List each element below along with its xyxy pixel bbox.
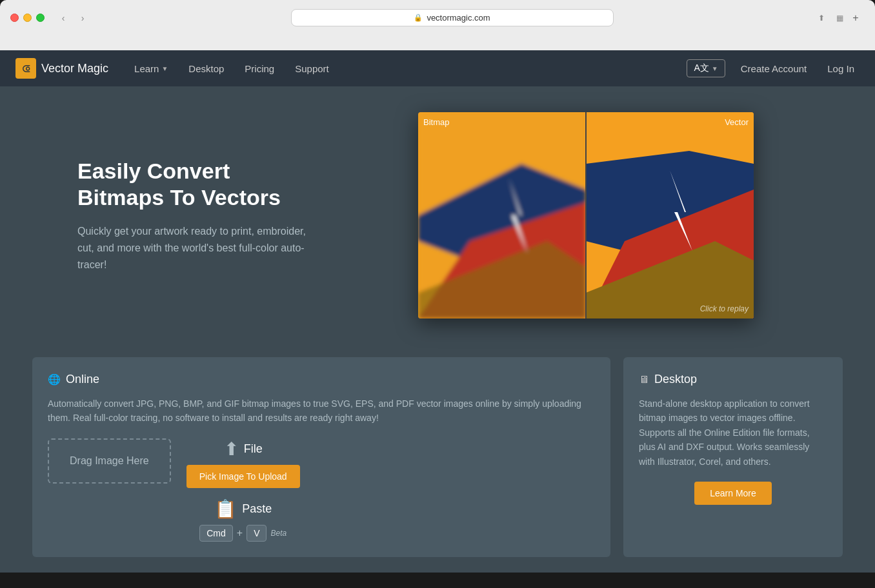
nav-right: A文 ▼ Create Account Log In xyxy=(687,59,860,77)
svg-text:⟃: ⟃ xyxy=(23,62,30,75)
drag-drop-zone[interactable]: Drag Image Here xyxy=(48,438,171,484)
comparison-image[interactable]: Bitmap Vector Click to replay xyxy=(418,112,754,318)
tabs-button[interactable]: ▦ xyxy=(834,12,845,24)
traffic-lights xyxy=(10,14,45,22)
upload-area: Drag Image Here ⬆ File Pick Image To Upl… xyxy=(48,438,595,542)
hero-image-container[interactable]: Bitmap Vector Click to replay xyxy=(348,112,823,318)
address-bar[interactable]: 🔒 vectormagic.com xyxy=(291,9,614,26)
upload-options: ⬆ File Pick Image To Upload 📋 Paste Cmd … xyxy=(186,438,300,542)
back-button[interactable]: ‹ xyxy=(55,12,72,24)
login-button[interactable]: Log In xyxy=(822,63,860,74)
desktop-card: 🖥 Desktop Stand-alone desktop applicatio… xyxy=(623,357,843,557)
logo-area[interactable]: ⟃ Vector Magic xyxy=(15,58,108,79)
paste-option: 📋 Paste Cmd + V Beta xyxy=(186,498,300,542)
navbar: ⟃ Vector Magic Learn ▼ Desktop Pricing S… xyxy=(0,50,875,86)
address-bar-container: 🔒 vectormagic.com xyxy=(96,9,808,26)
cards-section: 🌐 Online Automatically convert JPG, PNG,… xyxy=(0,344,875,570)
maximize-button[interactable] xyxy=(36,14,45,22)
website-content: ⟃ Vector Magic Learn ▼ Desktop Pricing S… xyxy=(0,50,875,573)
create-account-button[interactable]: Create Account xyxy=(733,63,815,74)
minimize-button[interactable] xyxy=(23,14,32,22)
forward-button[interactable]: › xyxy=(74,12,91,24)
online-card-title: Online xyxy=(66,373,99,386)
online-card-description: Automatically convert JPG, PNG, BMP, and… xyxy=(48,397,595,426)
click-replay-label: Click to replay xyxy=(700,304,749,313)
file-label: File xyxy=(244,442,263,456)
hero-title: Easily Convert Bitmaps To Vectors xyxy=(77,158,310,211)
file-upload-option: ⬆ File Pick Image To Upload xyxy=(186,438,300,488)
logo-text: Vector Magic xyxy=(41,62,108,75)
plus-sign: + xyxy=(237,527,243,539)
globe-icon: 🌐 xyxy=(48,373,61,386)
browser-window: ‹ › 🔒 vectormagic.com ⬆ ▦ + xyxy=(0,0,875,50)
lang-chevron-icon: ▼ xyxy=(712,65,718,72)
v-key-badge: V xyxy=(246,525,267,542)
vector-label: Vector xyxy=(725,117,749,127)
nav-support[interactable]: Support xyxy=(285,50,339,86)
bitmap-label: Bitmap xyxy=(423,117,449,127)
desktop-card-title: Desktop xyxy=(654,373,697,386)
nav-links: Learn ▼ Desktop Pricing Support xyxy=(124,50,687,86)
learn-more-button[interactable]: Learn More xyxy=(694,482,772,505)
file-icon-area: ⬆ File xyxy=(224,438,263,460)
pick-image-button[interactable]: Pick Image To Upload xyxy=(186,465,300,488)
lock-icon: 🔒 xyxy=(414,14,423,22)
new-tab-button[interactable]: + xyxy=(849,12,862,24)
browser-right-buttons: ⬆ ▦ + xyxy=(813,12,862,24)
desktop-card-description: Stand-alone desktop application to conve… xyxy=(639,397,827,469)
chevron-down-icon: ▼ xyxy=(161,65,168,72)
paste-shortcut: Cmd + V Beta xyxy=(199,525,287,542)
nav-pricing[interactable]: Pricing xyxy=(234,50,285,86)
paste-icon: 📋 xyxy=(214,498,237,520)
nav-desktop[interactable]: Desktop xyxy=(178,50,234,86)
language-button[interactable]: A文 ▼ xyxy=(687,59,725,77)
paste-label: Paste xyxy=(242,502,272,516)
hero-section: Easily Convert Bitmaps To Vectors Quickl… xyxy=(0,86,875,344)
cmd-key-badge: Cmd xyxy=(199,525,233,542)
close-button[interactable] xyxy=(10,14,19,22)
paste-icon-area: 📋 Paste xyxy=(214,498,272,520)
monitor-icon: 🖥 xyxy=(639,374,649,386)
logo-icon: ⟃ xyxy=(15,58,36,79)
desktop-card-header: 🖥 Desktop xyxy=(639,373,827,386)
hero-text: Easily Convert Bitmaps To Vectors Quickl… xyxy=(77,158,310,273)
share-button[interactable]: ⬆ xyxy=(816,12,827,24)
url-text: vectormagic.com xyxy=(427,13,490,23)
browser-nav-buttons: ‹ › xyxy=(55,12,91,24)
upload-icon: ⬆ xyxy=(224,438,239,460)
beta-badge: Beta xyxy=(270,529,287,538)
online-card-header: 🌐 Online xyxy=(48,373,595,386)
bottom-bar xyxy=(0,573,875,588)
nav-learn[interactable]: Learn ▼ xyxy=(124,50,178,86)
hero-subtitle: Quickly get your artwork ready to print,… xyxy=(77,223,310,273)
comparison-svg xyxy=(418,112,754,318)
online-card: 🌐 Online Automatically convert JPG, PNG,… xyxy=(32,357,610,557)
